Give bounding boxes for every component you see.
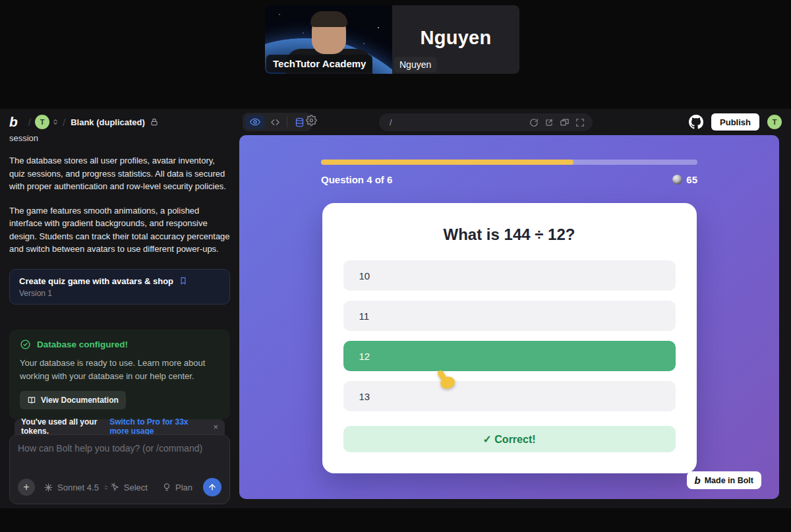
check-circle-icon: [20, 339, 31, 350]
answer-option[interactable]: 11: [343, 301, 676, 331]
chat-input-box[interactable]: + Sonnet 4.5 Select: [9, 434, 230, 504]
participant-display-name: Nguyen: [420, 27, 491, 49]
answer-option[interactable]: 13: [343, 381, 676, 411]
coin-balance: 65: [672, 174, 697, 185]
refresh-icon[interactable]: [529, 118, 539, 127]
version-card[interactable]: Create quiz game with avatars & shop Ver…: [9, 269, 230, 305]
chevron-up-down-icon: [103, 484, 109, 491]
responsive-devices-icon[interactable]: [560, 117, 570, 127]
tokens-message: You've used all your tokens.: [21, 417, 104, 436]
answer-option[interactable]: 10: [343, 260, 676, 291]
publish-button[interactable]: Publish: [711, 113, 759, 131]
answer-option-label: 10: [359, 270, 370, 281]
breadcrumb-divider: /: [28, 117, 31, 128]
plan-tool-button[interactable]: Plan: [162, 483, 192, 492]
close-icon[interactable]: ×: [213, 422, 218, 432]
chat-sidebar: session The database stores all user pro…: [0, 135, 239, 508]
answer-option-label: 11: [359, 310, 370, 322]
question-counter: Question 4 of 6: [321, 174, 392, 185]
select-tool-button[interactable]: Select: [111, 483, 148, 492]
cursor-select-icon: [111, 483, 120, 492]
preview-pane: Question 4 of 6 65 What is 144 ÷ 12? 10 …: [239, 135, 779, 499]
database-card-body: Your database is ready to use. Learn mor…: [20, 357, 220, 383]
video-participant-label: TechTutor Academy: [266, 55, 372, 73]
lightbulb-icon: [162, 483, 171, 492]
assistant-paragraph: The game features smooth animations, a p…: [9, 204, 230, 256]
database-configured-card: Database configured! Your database is re…: [9, 330, 230, 419]
answer-option-label: 13: [359, 391, 370, 402]
project-title[interactable]: Blank (duplicated): [71, 117, 145, 127]
correct-feedback-banner: ✓ Correct!: [343, 426, 676, 452]
database-card-title: Database configured!: [37, 340, 128, 349]
workspace-avatar[interactable]: T: [35, 115, 49, 129]
bolt-logo-icon: b: [695, 475, 701, 486]
answer-options: 10 11 12 13: [322, 260, 697, 411]
plan-label: Plan: [175, 483, 192, 492]
version-label: Version 1: [19, 289, 220, 298]
send-button[interactable]: [203, 478, 221, 496]
quiz-progress-bar: [321, 160, 697, 165]
fullscreen-icon[interactable]: [575, 118, 585, 127]
preview-eye-button[interactable]: [245, 115, 265, 129]
answer-option[interactable]: 12: [343, 341, 676, 371]
chat-input[interactable]: [18, 443, 221, 477]
quiz-question: What is 144 ÷ 12?: [322, 203, 697, 244]
made-in-bolt-badge[interactable]: b Made in Bolt: [687, 471, 761, 489]
quiz-card: What is 144 ÷ 12? 10 11 12 13 ✓ Correct!: [322, 203, 697, 473]
made-in-bolt-label: Made in Bolt: [705, 476, 753, 485]
preview-url-bar[interactable]: /: [379, 113, 593, 131]
quiz-progress-fill: [321, 160, 573, 165]
scrolled-message-fragment: session: [9, 133, 230, 143]
video-tile-techtutor: TechTutor Academy: [265, 5, 392, 74]
coin-count: 65: [686, 174, 697, 185]
breadcrumb-divider: /: [63, 117, 65, 128]
spark-icon: [44, 483, 53, 492]
chevron-up-down-icon[interactable]: [52, 117, 59, 127]
open-external-icon[interactable]: [544, 118, 554, 127]
top-bar: b / T / Blank (duplicated) /: [0, 109, 791, 135]
video-call-overlay: TechTutor Academy Nguyen Nguyen: [265, 5, 519, 74]
url-path[interactable]: /: [390, 117, 529, 127]
coin-icon: [672, 175, 682, 185]
video-participant-label: Nguyen: [394, 57, 437, 73]
code-view-button[interactable]: [265, 115, 285, 129]
assistant-paragraph: The database stores all user profiles, a…: [9, 154, 230, 193]
answer-option-label: 12: [359, 351, 370, 362]
bolt-logo-icon[interactable]: b: [9, 114, 18, 130]
bookmark-icon[interactable]: [179, 276, 188, 285]
user-avatar[interactable]: T: [767, 115, 782, 129]
book-icon: [27, 396, 36, 405]
upgrade-pro-link[interactable]: Switch to Pro for 33x more usage: [109, 417, 208, 436]
github-icon[interactable]: [689, 115, 703, 129]
toolbar-divider: [287, 117, 287, 127]
select-label: Select: [124, 483, 148, 492]
lock-icon: [150, 117, 159, 127]
model-name: Sonnet 4.5: [57, 483, 99, 492]
view-documentation-button[interactable]: View Documentation: [20, 391, 126, 409]
view-toggle-group: [243, 113, 312, 131]
version-card-title: Create quiz game with avatars & shop: [19, 276, 173, 286]
video-tile-nguyen: Nguyen Nguyen: [392, 5, 519, 74]
tokens-banner: You've used all your tokens. Switch to P…: [15, 419, 225, 434]
view-documentation-label: View Documentation: [41, 396, 119, 405]
attach-plus-button[interactable]: +: [18, 479, 35, 496]
model-selector[interactable]: Sonnet 4.5: [44, 483, 109, 492]
settings-gear-icon[interactable]: [306, 115, 317, 126]
bolt-app-window: b / T / Blank (duplicated) /: [0, 109, 791, 508]
